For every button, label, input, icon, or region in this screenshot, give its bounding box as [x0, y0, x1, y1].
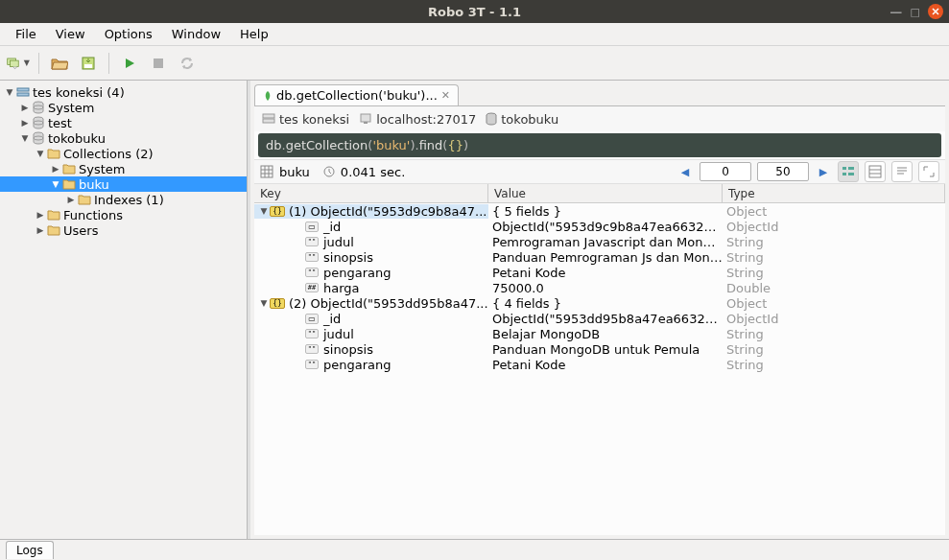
- tree-node[interactable]: ▶Functions: [0, 207, 247, 222]
- menu-view[interactable]: View: [48, 25, 93, 43]
- tree-node[interactable]: ▶System: [0, 100, 247, 115]
- data-row[interactable]: ▭_idObjectId("5953d9c9b8a47ea663281...Ob…: [254, 219, 945, 234]
- text-view-button[interactable]: [891, 161, 913, 182]
- tree-toggle[interactable]: ▼: [19, 133, 31, 143]
- menu-options[interactable]: Options: [97, 25, 160, 43]
- connection-info: tes koneksi localhost:27017 tokobuku: [254, 106, 945, 131]
- folder-icon: [46, 146, 61, 161]
- type-icon: {}: [270, 296, 285, 310]
- data-row[interactable]: ##harga75000.0Double: [254, 280, 945, 295]
- tree-label: System: [79, 162, 125, 176]
- folder-icon: [61, 176, 77, 192]
- database-icon: [31, 115, 46, 130]
- column-value[interactable]: Value: [488, 184, 723, 202]
- grid-icon: [260, 165, 273, 178]
- row-toggle[interactable]: ▼: [258, 298, 270, 308]
- minimize-icon[interactable]: —: [890, 5, 902, 19]
- data-row[interactable]: ""sinopsisPanduan Pemrograman Js dan Mon…: [254, 249, 945, 265]
- row-type: String: [723, 358, 945, 372]
- table-view-button[interactable]: [865, 161, 886, 182]
- main-area: ▼ tes koneksi (4) ▶System▶test▼tokobuku▼…: [0, 81, 949, 539]
- tree-node[interactable]: ▼buku: [0, 176, 247, 192]
- result-toolbar: buku 0.041 sec. ◀ 0 50 ▶: [254, 159, 945, 184]
- data-row[interactable]: ""judulPemrograman Javascript dan MongoD…: [254, 234, 945, 249]
- tree-label: Users: [63, 223, 98, 238]
- type-icon: ▭: [304, 312, 320, 325]
- row-value: { 5 fields }: [488, 204, 723, 219]
- svg-rect-24: [869, 166, 881, 177]
- data-row[interactable]: ▼{}(2) ObjectId("5953dd95b8a47...{ 4 fie…: [254, 295, 945, 311]
- tree-toggle[interactable]: ▼: [35, 149, 46, 158]
- toolbar: ▼: [0, 46, 949, 81]
- column-type[interactable]: Type: [723, 184, 945, 202]
- svg-rect-23: [848, 173, 854, 175]
- tree-node[interactable]: ▼tokobuku: [0, 130, 247, 146]
- tree-toggle[interactable]: ▶: [19, 103, 31, 112]
- row-key: harga: [323, 281, 360, 295]
- row-key: sinopsis: [323, 342, 373, 357]
- row-key: (2) ObjectId("5953dd95b8a47...: [289, 296, 488, 311]
- row-value: Panduan Pemrograman Js dan Mong...: [488, 250, 723, 265]
- close-icon[interactable]: [928, 4, 943, 19]
- column-key[interactable]: Key: [254, 184, 488, 202]
- info-host: localhost:27017: [359, 112, 476, 127]
- connection-tree[interactable]: ▼ tes koneksi (4) ▶System▶test▼tokobuku▼…: [0, 81, 248, 539]
- info-connection-label: tes koneksi: [279, 112, 349, 127]
- result-time: 0.041 sec.: [341, 165, 405, 179]
- expand-button[interactable]: [918, 161, 939, 182]
- close-icon[interactable]: ✕: [441, 89, 450, 102]
- svg-rect-18: [261, 166, 273, 177]
- connect-button[interactable]: ▼: [6, 51, 31, 76]
- stop-button[interactable]: [146, 51, 171, 76]
- database-icon: [31, 100, 46, 115]
- tree-label: test: [48, 116, 72, 130]
- menu-window[interactable]: Window: [164, 25, 228, 43]
- tree-toggle[interactable]: ▶: [65, 195, 77, 204]
- next-page-button[interactable]: ▶: [815, 163, 832, 180]
- separator: [38, 53, 39, 74]
- row-value: ObjectId("5953dd95b8a47ea663281...: [488, 312, 723, 326]
- query-editor[interactable]: db.getCollection('buku').find({}): [258, 133, 941, 157]
- data-row[interactable]: ""pengarangPetani KodeString: [254, 357, 945, 372]
- tree-toggle[interactable]: ▶: [35, 225, 46, 235]
- svg-rect-20: [842, 167, 846, 170]
- prev-page-button[interactable]: ◀: [676, 163, 694, 180]
- tree-connection-root[interactable]: ▼ tes koneksi (4): [0, 84, 247, 100]
- execute-button[interactable]: [117, 51, 142, 76]
- data-row[interactable]: ""sinopsisPanduan MongoDB untuk PemulaSt…: [254, 341, 945, 357]
- row-toggle[interactable]: ▼: [258, 206, 270, 216]
- row-value: ObjectId("5953d9c9b8a47ea663281...: [488, 220, 723, 234]
- tree-toggle[interactable]: ▼: [50, 179, 61, 189]
- logs-tab[interactable]: Logs: [6, 541, 54, 559]
- tree-label: Collections (2): [63, 147, 154, 161]
- tree-view-button[interactable]: [838, 161, 859, 182]
- rotate-button[interactable]: [175, 51, 200, 76]
- tree-node[interactable]: ▶Indexes (1): [0, 192, 247, 207]
- tree-label: Functions: [63, 208, 123, 222]
- tree-toggle[interactable]: ▶: [50, 164, 61, 174]
- svg-rect-16: [364, 122, 368, 124]
- row-key: pengarang: [323, 358, 391, 372]
- menu-file[interactable]: File: [8, 25, 44, 43]
- results-grid[interactable]: ▼{}(1) ObjectId("5953d9c9b8a47...{ 5 fie…: [254, 203, 945, 535]
- limit-input[interactable]: 50: [757, 162, 809, 181]
- save-button[interactable]: [76, 51, 101, 76]
- data-row[interactable]: ""judulBelajar MongoDBString: [254, 326, 945, 341]
- data-row[interactable]: ▼{}(1) ObjectId("5953d9c9b8a47...{ 5 fie…: [254, 203, 945, 219]
- tree-toggle[interactable]: ▼: [4, 87, 15, 97]
- data-row[interactable]: ▭_idObjectId("5953dd95b8a47ea663281...Ob…: [254, 311, 945, 326]
- tree-node[interactable]: ▶System: [0, 161, 247, 176]
- tree-toggle[interactable]: ▶: [19, 118, 31, 128]
- menu-help[interactable]: Help: [232, 25, 276, 43]
- data-row[interactable]: ""pengarangPetani KodeString: [254, 265, 945, 280]
- row-key: sinopsis: [323, 250, 373, 265]
- tree-node[interactable]: ▶test: [0, 115, 247, 130]
- maximize-icon[interactable]: ◻: [910, 5, 920, 19]
- skip-input[interactable]: 0: [700, 162, 751, 181]
- query-tab[interactable]: db.getCollection('buku')... ✕: [254, 84, 459, 105]
- row-type: String: [723, 266, 945, 280]
- tree-node[interactable]: ▼Collections (2): [0, 146, 247, 161]
- tree-node[interactable]: ▶Users: [0, 222, 247, 238]
- open-button[interactable]: [47, 51, 72, 76]
- tree-toggle[interactable]: ▶: [35, 210, 46, 220]
